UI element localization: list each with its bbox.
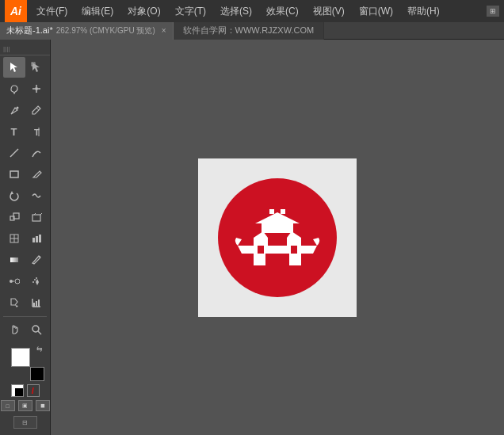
bar-chart-tool2[interactable]: [25, 292, 48, 313]
svg-marker-0: [10, 63, 17, 72]
svg-line-9: [36, 108, 39, 110]
active-tab-info: 262.97% (CMYK/GPU 预览): [56, 25, 155, 36]
svg-rect-13: [10, 171, 18, 177]
menu-view[interactable]: 视图(V): [307, 3, 351, 20]
menu-type[interactable]: 文字(T): [169, 3, 212, 20]
direct-selection-tool[interactable]: [25, 57, 48, 78]
selection-tools-row: [0, 57, 50, 78]
rectangle-tool[interactable]: [3, 164, 25, 185]
grid-view-button[interactable]: ⊞: [487, 6, 499, 17]
warp-tool[interactable]: [25, 185, 48, 206]
type-tools-row: T T: [0, 121, 50, 142]
zoom-tool[interactable]: [25, 319, 48, 340]
svg-point-29: [15, 279, 20, 284]
svg-line-19: [40, 213, 42, 215]
arc-tool[interactable]: [25, 143, 48, 163]
gradient-tool[interactable]: [3, 250, 25, 270]
svg-rect-47: [291, 246, 297, 254]
hand-tool[interactable]: [3, 319, 25, 340]
main-area: ||||: [0, 40, 504, 435]
svg-point-8: [16, 107, 18, 109]
gradient-tools-row: [0, 250, 50, 270]
canvas-area[interactable]: [51, 40, 504, 435]
type-tool[interactable]: T: [3, 121, 25, 142]
pen-tools-row: [0, 100, 50, 120]
svg-line-40: [38, 331, 41, 334]
none-indicator[interactable]: /: [27, 384, 40, 397]
mesh-tool[interactable]: [3, 228, 25, 249]
menu-object[interactable]: 对象(O): [121, 3, 166, 20]
scale-tools-row: [0, 207, 50, 227]
full-no-menu-btn[interactable]: ◼: [36, 400, 50, 411]
foreground-background-swatches[interactable]: ⇆: [11, 348, 40, 376]
chart-tools-row: [0, 292, 50, 313]
menu-select[interactable]: 选择(S): [214, 3, 258, 20]
lasso-tools-row: [0, 78, 50, 99]
magic-wand-tool[interactable]: [25, 78, 48, 99]
stroke-indicator[interactable]: [15, 388, 23, 396]
eraser-tool[interactable]: [25, 164, 48, 185]
toolbar: ||||: [0, 40, 51, 435]
menu-file[interactable]: 文件(F): [30, 3, 74, 20]
svg-rect-25: [39, 235, 41, 242]
svg-rect-24: [36, 236, 38, 242]
svg-point-33: [36, 277, 37, 279]
shape-tools-row: [0, 164, 50, 185]
svg-rect-23: [32, 238, 35, 242]
svg-rect-26: [10, 258, 18, 262]
window-controls: ⊞: [487, 6, 499, 17]
swap-colors-icon[interactable]: ⇆: [36, 345, 43, 353]
toolbar-separator: [3, 316, 47, 317]
svg-rect-46: [258, 246, 264, 254]
svg-rect-17: [32, 215, 40, 221]
free-transform-tool[interactable]: [25, 207, 48, 227]
normal-mode-btn[interactable]: □: [1, 400, 15, 411]
screen-mode-button[interactable]: ⊟: [13, 416, 37, 429]
tab-bar: 未标题-1.ai* 262.97% (CMYK/GPU 预览) × 软件自学网：…: [0, 22, 504, 40]
svg-rect-36: [33, 303, 35, 307]
vertical-type-tool[interactable]: T: [25, 121, 48, 142]
svg-point-39: [32, 326, 39, 332]
line-tool[interactable]: [3, 143, 25, 163]
rotate-tool[interactable]: [3, 185, 25, 206]
active-tab[interactable]: 未标题-1.ai* 262.97% (CMYK/GPU 预览) ×: [0, 22, 174, 40]
color-swatch-area: ⇆ / □ ▣ ◼ ⊟: [0, 342, 50, 432]
paint-bucket-tool[interactable]: [3, 292, 25, 313]
view-mode-row: □ ▣ ◼: [1, 400, 50, 411]
blend-tool[interactable]: [3, 271, 25, 292]
selection-tool[interactable]: [3, 57, 25, 78]
menu-bar: 文件(F) 编辑(E) 对象(O) 文字(T) 选择(S) 效果(C) 视图(V…: [30, 3, 487, 20]
menu-window[interactable]: 窗口(W): [353, 3, 399, 20]
svg-line-12: [10, 149, 18, 157]
pencil-tool[interactable]: [25, 100, 48, 120]
inactive-tab[interactable]: 软件自学网：WWW.RJZXW.COM: [174, 22, 325, 40]
symbol-sprayer-tool[interactable]: [25, 271, 48, 292]
ruler-indicator: ||||: [0, 43, 50, 55]
svg-marker-14: [10, 191, 13, 194]
mesh-tools-row: [0, 228, 50, 249]
menu-edit[interactable]: 编辑(E): [75, 3, 120, 20]
menu-effect[interactable]: 效果(C): [260, 3, 305, 20]
svg-point-32: [32, 281, 34, 283]
foreground-color-swatch[interactable]: [11, 348, 30, 367]
eyedropper-tool[interactable]: [25, 250, 48, 270]
lasso-tool[interactable]: [3, 78, 25, 99]
rotate-tools-row: [0, 185, 50, 206]
full-mode-btn[interactable]: ▣: [18, 400, 32, 411]
close-tab-button[interactable]: ×: [162, 26, 166, 35]
pen-tool[interactable]: [3, 100, 25, 120]
artwork-svg: [214, 174, 341, 301]
graph-tool[interactable]: [25, 228, 48, 249]
active-tab-label: 未标题-1.ai*: [6, 25, 53, 36]
svg-rect-38: [38, 300, 40, 307]
svg-point-7: [35, 87, 38, 90]
none-color-controls: /: [11, 384, 40, 397]
menu-help[interactable]: 帮助(H): [401, 3, 446, 20]
scale-tool[interactable]: [3, 207, 25, 227]
title-bar: Ai 文件(F) 编辑(E) 对象(O) 文字(T) 选择(S) 效果(C) 视…: [0, 0, 504, 22]
fill-indicator[interactable]: [11, 384, 24, 397]
hand-zoom-row: [0, 319, 50, 340]
svg-point-41: [218, 178, 337, 297]
background-color-swatch[interactable]: [30, 367, 44, 381]
svg-point-31: [34, 279, 36, 280]
